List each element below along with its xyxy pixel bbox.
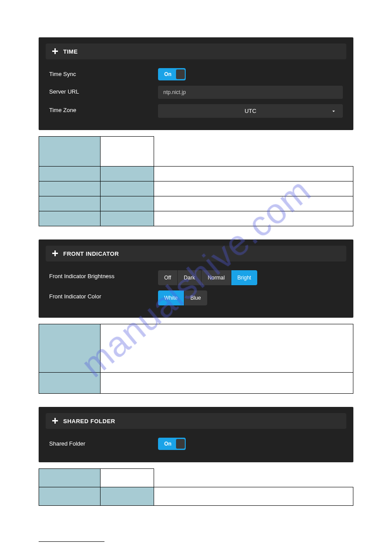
shared-folder-label: Shared Folder xyxy=(49,438,158,447)
table-cell xyxy=(39,181,101,196)
color-label: Front Indicator Color xyxy=(49,290,158,300)
timezone-select[interactable]: UTC xyxy=(158,104,343,118)
table-cell xyxy=(39,487,101,506)
table-cell xyxy=(39,167,101,181)
time-info-table xyxy=(39,136,353,226)
table-cell xyxy=(154,181,353,196)
table-cell xyxy=(101,181,154,196)
shared-panel-header[interactable]: SHARED FOLDER xyxy=(46,413,346,429)
brightness-normal-button[interactable]: Normal xyxy=(201,270,231,285)
brightness-label: Front Indicator Brightness xyxy=(49,270,158,279)
plus-icon xyxy=(52,250,59,257)
indicator-panel: FRONT INDICATOR Front Indicator Brightne… xyxy=(39,239,353,318)
toggle-text: On xyxy=(164,71,176,77)
table-cell xyxy=(101,211,154,226)
table-cell xyxy=(39,137,101,167)
indicator-info-table xyxy=(39,324,353,394)
table-cell xyxy=(154,167,353,181)
toggle-knob xyxy=(176,439,185,449)
brightness-dark-button[interactable]: Dark xyxy=(178,270,201,285)
table-cell xyxy=(101,167,154,181)
brightness-bright-button[interactable]: Bright xyxy=(231,270,257,285)
plus-icon xyxy=(52,48,59,55)
toggle-text: On xyxy=(164,441,176,447)
indicator-panel-header[interactable]: FRONT INDICATOR xyxy=(46,246,346,261)
table-cell xyxy=(39,373,101,394)
table-cell xyxy=(101,373,353,394)
color-white-button[interactable]: White xyxy=(158,290,184,305)
time-panel: TIME Time Sync On Server URL Time Zone U… xyxy=(39,37,353,130)
table-cell xyxy=(101,196,154,211)
time-sync-label: Time Sync xyxy=(49,68,158,77)
table-cell xyxy=(39,469,101,487)
table-cell xyxy=(39,324,101,373)
time-sync-toggle[interactable]: On xyxy=(158,68,186,80)
color-group: White Blue xyxy=(158,290,207,305)
table-cell xyxy=(101,487,154,506)
table-cell xyxy=(39,196,101,211)
brightness-group: Off Dark Normal Bright xyxy=(158,270,257,285)
server-url-input[interactable] xyxy=(158,86,343,99)
timezone-value: UTC xyxy=(245,108,256,114)
timezone-label: Time Zone xyxy=(49,104,158,113)
table-cell xyxy=(101,137,154,167)
table-cell xyxy=(39,211,101,226)
shared-panel: SHARED FOLDER Shared Folder On xyxy=(39,407,353,462)
table-cell xyxy=(101,469,154,487)
time-panel-header[interactable]: TIME xyxy=(46,44,346,59)
table-cell xyxy=(154,196,353,211)
color-blue-button[interactable]: Blue xyxy=(184,290,207,305)
table-cell xyxy=(154,487,353,506)
chevron-down-icon xyxy=(331,108,337,114)
time-panel-title: TIME xyxy=(63,48,78,55)
server-url-label: Server URL xyxy=(49,86,158,95)
shared-info-table xyxy=(39,468,353,506)
toggle-knob xyxy=(176,69,185,79)
plus-icon xyxy=(52,417,59,424)
table-cell xyxy=(154,211,353,226)
shared-panel-title: SHARED FOLDER xyxy=(63,418,115,424)
table-cell xyxy=(101,324,353,373)
brightness-off-button[interactable]: Off xyxy=(158,270,178,285)
indicator-panel-title: FRONT INDICATOR xyxy=(63,250,119,257)
footnote-rule xyxy=(39,541,104,542)
shared-folder-toggle[interactable]: On xyxy=(158,438,186,450)
